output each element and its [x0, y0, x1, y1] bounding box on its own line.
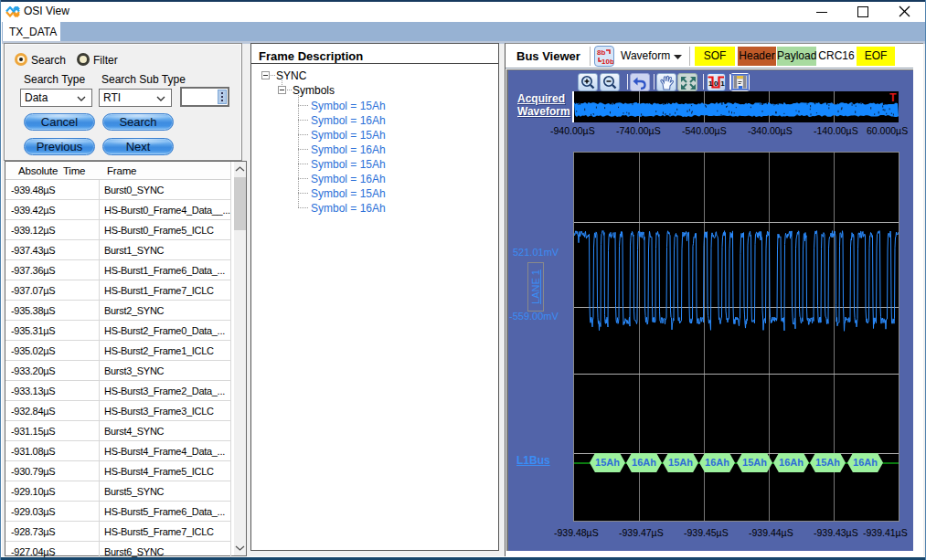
- svg-text:10b: 10b: [601, 58, 613, 66]
- svg-text:8b: 8b: [597, 48, 605, 57]
- svg-text:1: 1: [720, 79, 725, 88]
- svg-text:0: 0: [714, 79, 718, 88]
- svg-text:1: 1: [708, 79, 713, 88]
